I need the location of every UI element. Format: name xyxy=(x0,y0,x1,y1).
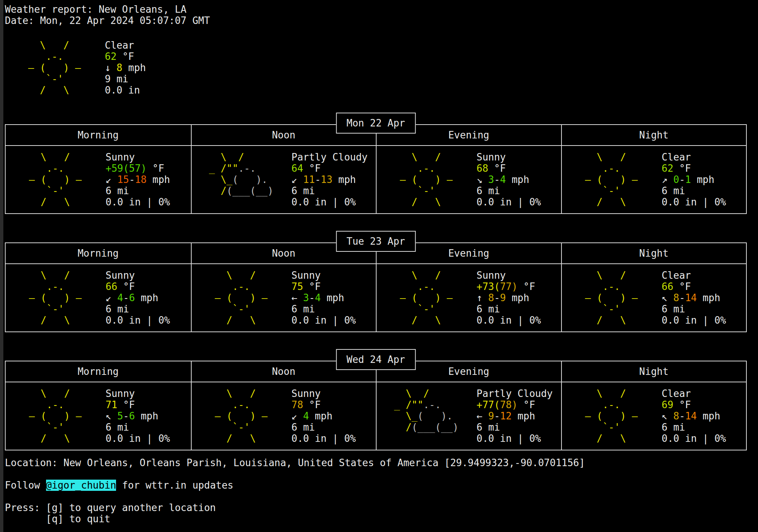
text-segment: 71 xyxy=(106,399,117,410)
text-segment: .-. xyxy=(17,399,64,410)
cell-readings: Sunny68 °F↘ 3-4 mph6 mi0.0 in | 0% xyxy=(477,152,541,208)
tue-23-apr-noon-line-0: Sunny xyxy=(292,270,356,281)
text-segment: 0.0 in xyxy=(105,85,140,96)
text-segment: 9 mi xyxy=(105,73,128,85)
column-header-morning: Morning xyxy=(6,361,191,382)
text-segment: Partly Cloudy xyxy=(292,152,368,163)
tue-23-apr-noon-line-1: 75 °F xyxy=(292,281,356,292)
text-segment: _ /"" xyxy=(203,163,238,174)
text-segment: Sunny xyxy=(477,270,506,281)
text-segment: ← xyxy=(292,292,303,303)
text-segment: +59(57) xyxy=(106,163,147,174)
text-segment: 0.0 in | 0% xyxy=(662,196,726,208)
text-segment: Sunny xyxy=(292,388,321,399)
current-readings: Clear62 °F↓ 8 mph9 mi0.0 in xyxy=(105,40,146,96)
text-segment: 6 mi xyxy=(292,422,315,433)
text-segment: 62 xyxy=(105,51,116,62)
text-segment: .-. xyxy=(573,281,620,292)
text-segment: `-' xyxy=(203,303,250,315)
day-table-wed-24-apr: Wed 24 AprMorningNoonEveningNight \ / .-… xyxy=(5,361,747,450)
text-segment: 6 mi xyxy=(106,303,129,315)
text-segment: +73( xyxy=(477,281,500,292)
text-segment: (___(__) xyxy=(412,422,459,433)
text-segment: mph xyxy=(506,174,529,185)
text-segment: mph xyxy=(122,62,146,73)
weather-art-sunny: \ / .-. ― ( ) ― `-' / \ xyxy=(562,388,644,444)
text-segment: / \ xyxy=(17,315,70,326)
text-segment: ↑ xyxy=(477,292,488,303)
text-segment: \ / xyxy=(388,270,441,281)
text-segment: 14 xyxy=(685,410,697,422)
text-segment: ← xyxy=(477,410,488,422)
mon-22-apr-evening-line-0: Sunny xyxy=(477,152,541,163)
text-segment: - xyxy=(494,174,500,185)
mon-22-apr-night-line-2: ↗ 0-1 mph xyxy=(662,174,726,185)
text-segment: `-' xyxy=(16,73,63,85)
forecast-cell-morning: \ / .-. ― ( ) ― `-' / \ Sunny+59(57) °F↙… xyxy=(6,146,191,213)
day-table-tue-23-apr: Tue 23 AprMorningNoonEveningNight \ / .-… xyxy=(5,242,747,332)
wed-24-apr-night-line-0: Clear xyxy=(662,388,726,399)
column-header-morning: Morning xyxy=(6,125,191,145)
text-segment: 3 xyxy=(488,174,494,185)
text-segment: 6 xyxy=(129,410,135,422)
text-segment: 78 xyxy=(292,399,303,410)
tue-23-apr-morning-line-0: Sunny xyxy=(106,270,170,281)
date-box-mon-22-apr: Mon 22 Apr xyxy=(336,113,416,134)
text-segment: \ / xyxy=(388,152,441,163)
wed-24-apr-evening-line-2: ← 9-12 mph xyxy=(477,410,553,422)
text-segment: mph xyxy=(697,292,720,303)
mon-22-apr-evening-line-2: ↘ 3-4 mph xyxy=(477,174,541,185)
text-segment: 8 xyxy=(488,292,494,303)
text-segment: 0.0 in | 0% xyxy=(292,315,356,326)
text-segment: mph xyxy=(321,292,344,303)
text-segment: 6 mi xyxy=(662,303,685,315)
text-segment: 62 xyxy=(662,163,673,174)
text-segment: - xyxy=(494,292,500,303)
text-segment: / \ xyxy=(388,196,441,208)
text-segment: _ /"" xyxy=(388,399,423,410)
text-segment: mph xyxy=(506,292,529,303)
text-segment: - xyxy=(494,410,500,422)
column-header-night: Night xyxy=(561,361,746,382)
weather-art-sunny: \ / .-. ― ( ) ― `-' / \ xyxy=(6,270,88,326)
text-segment: Clear xyxy=(662,388,691,399)
mon-22-apr-night-line-1: 62 °F xyxy=(662,163,726,174)
text-segment: - xyxy=(123,292,129,303)
text-segment: 0.0 in | 0% xyxy=(477,196,541,208)
text-segment: \ / xyxy=(17,152,70,163)
scrollbar-gutter[interactable] xyxy=(0,0,3,532)
text-segment: / \ xyxy=(573,315,626,326)
text-segment: °F xyxy=(117,399,135,410)
wed-24-apr-noon-line-1: 78 °F xyxy=(292,399,356,410)
cell-readings: Partly Cloudy64 °F↙ 11-13 mph6 mi0.0 in … xyxy=(292,152,368,208)
text-segment: `-' xyxy=(17,422,64,433)
text-segment: 64 xyxy=(292,163,303,174)
location-line: Location: New Orleans, Orleans Parish, L… xyxy=(5,457,747,468)
tue-23-apr-morning-line-2: ↙ 4-6 mph xyxy=(106,292,170,303)
text-segment: / \ xyxy=(17,433,70,444)
terminal-window: Weather report: New Orleans, LA Date: Mo… xyxy=(0,0,758,532)
text-segment: 0.0 in | 0% xyxy=(106,315,170,326)
text-segment: ↓ xyxy=(105,62,116,73)
text-segment: °F xyxy=(673,163,691,174)
tue-23-apr-morning-line-4: 0.0 in | 0% xyxy=(106,315,170,326)
text-segment: 11 xyxy=(303,174,315,185)
day-table-mon-22-apr: Mon 22 AprMorningNoonEveningNight \ / .-… xyxy=(5,124,747,214)
wed-24-apr-morning-line-1: 71 °F xyxy=(106,399,170,410)
text-segment: / \ xyxy=(388,315,441,326)
text-segment: ↙ xyxy=(106,292,117,303)
cell-readings: Sunny75 °F← 3-4 mph6 mi0.0 in | 0% xyxy=(292,270,356,326)
forecast-cell-night: \ / .-. ― ( ) ― `-' / \ Clear66 °F↖ 8-14… xyxy=(561,264,746,331)
text-segment: 6 mi xyxy=(662,422,685,433)
wed-24-apr-morning-line-2: ↖ 5-6 mph xyxy=(106,410,170,422)
text-segment: \ / xyxy=(203,388,256,399)
text-segment: \_ xyxy=(203,174,232,185)
text-segment: ― ( ) ― xyxy=(17,174,82,185)
cell-readings: Sunny+73(77) °F↑ 8-9 mph6 mi0.0 in | 0% xyxy=(477,270,541,326)
text-segment: mph xyxy=(309,410,332,422)
text-segment: `-' xyxy=(388,303,435,315)
text-segment: / \ xyxy=(573,433,626,444)
text-segment: °F xyxy=(673,281,691,292)
text-segment: °F xyxy=(488,163,506,174)
text-segment: °F xyxy=(518,399,535,410)
